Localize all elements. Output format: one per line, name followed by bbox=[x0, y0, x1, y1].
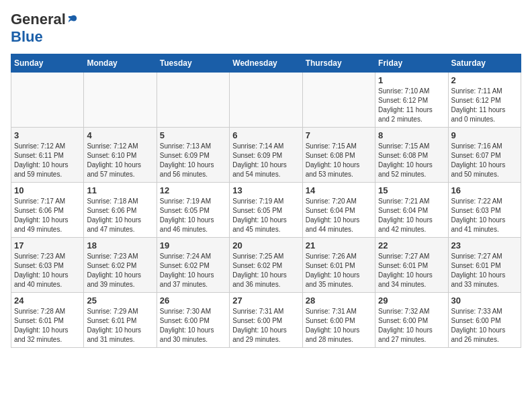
day-info: Sunrise: 7:26 AM Sunset: 6:01 PM Dayligh… bbox=[306, 252, 372, 289]
calendar-body: 1Sunrise: 7:10 AM Sunset: 6:12 PM Daylig… bbox=[11, 73, 521, 348]
calendar-week-row: 3Sunrise: 7:12 AM Sunset: 6:11 PM Daylig… bbox=[11, 128, 521, 183]
calendar-week-row: 1Sunrise: 7:10 AM Sunset: 6:12 PM Daylig… bbox=[11, 73, 521, 128]
calendar-cell: 30Sunrise: 7:33 AM Sunset: 6:00 PM Dayli… bbox=[448, 293, 521, 348]
day-number: 27 bbox=[232, 295, 299, 306]
calendar-cell: 19Sunrise: 7:24 AM Sunset: 6:02 PM Dayli… bbox=[157, 238, 229, 293]
day-number: 25 bbox=[87, 295, 153, 306]
day-number: 21 bbox=[306, 240, 372, 250]
day-number: 4 bbox=[87, 130, 153, 140]
weekday-header-tuesday: Tuesday bbox=[157, 54, 229, 73]
logo-bird-icon bbox=[66, 13, 78, 26]
day-number: 20 bbox=[232, 240, 299, 250]
day-info: Sunrise: 7:28 AM Sunset: 6:01 PM Dayligh… bbox=[14, 307, 81, 345]
day-info: Sunrise: 7:23 AM Sunset: 6:02 PM Dayligh… bbox=[87, 252, 153, 289]
day-number: 11 bbox=[87, 185, 153, 195]
calendar-cell: 11Sunrise: 7:18 AM Sunset: 6:06 PM Dayli… bbox=[84, 183, 157, 238]
calendar-cell: 25Sunrise: 7:29 AM Sunset: 6:01 PM Dayli… bbox=[84, 293, 157, 348]
calendar-cell: 15Sunrise: 7:21 AM Sunset: 6:04 PM Dayli… bbox=[375, 183, 448, 238]
day-number: 6 bbox=[232, 130, 299, 140]
day-info: Sunrise: 7:29 AM Sunset: 6:01 PM Dayligh… bbox=[87, 307, 153, 345]
day-info: Sunrise: 7:18 AM Sunset: 6:06 PM Dayligh… bbox=[87, 197, 153, 234]
calendar-header: SundayMondayTuesdayWednesdayThursdayFrid… bbox=[11, 54, 521, 73]
day-number: 10 bbox=[14, 185, 81, 195]
calendar-cell: 7Sunrise: 7:15 AM Sunset: 6:08 PM Daylig… bbox=[302, 128, 375, 183]
day-number: 3 bbox=[14, 130, 81, 140]
calendar-table: SundayMondayTuesdayWednesdayThursdayFrid… bbox=[11, 54, 521, 348]
day-number: 1 bbox=[378, 75, 445, 85]
weekday-header-friday: Friday bbox=[375, 54, 448, 73]
calendar-cell bbox=[230, 73, 302, 128]
day-info: Sunrise: 7:27 AM Sunset: 6:01 PM Dayligh… bbox=[378, 252, 445, 289]
day-number: 7 bbox=[306, 130, 372, 140]
day-number: 12 bbox=[160, 185, 226, 195]
day-info: Sunrise: 7:16 AM Sunset: 6:07 PM Dayligh… bbox=[451, 142, 518, 179]
calendar-cell: 16Sunrise: 7:22 AM Sunset: 6:03 PM Dayli… bbox=[448, 183, 521, 238]
day-number: 13 bbox=[232, 185, 299, 195]
day-info: Sunrise: 7:14 AM Sunset: 6:09 PM Dayligh… bbox=[232, 142, 299, 179]
calendar-week-row: 10Sunrise: 7:17 AM Sunset: 6:06 PM Dayli… bbox=[11, 183, 521, 238]
day-info: Sunrise: 7:20 AM Sunset: 6:04 PM Dayligh… bbox=[306, 197, 372, 234]
day-info: Sunrise: 7:13 AM Sunset: 6:09 PM Dayligh… bbox=[160, 142, 226, 179]
calendar-cell: 22Sunrise: 7:27 AM Sunset: 6:01 PM Dayli… bbox=[375, 238, 448, 293]
calendar-cell: 17Sunrise: 7:23 AM Sunset: 6:03 PM Dayli… bbox=[11, 238, 84, 293]
day-number: 5 bbox=[160, 130, 226, 140]
day-info: Sunrise: 7:12 AM Sunset: 6:11 PM Dayligh… bbox=[14, 142, 81, 179]
calendar-cell: 23Sunrise: 7:27 AM Sunset: 6:01 PM Dayli… bbox=[448, 238, 521, 293]
calendar-cell: 14Sunrise: 7:20 AM Sunset: 6:04 PM Dayli… bbox=[302, 183, 375, 238]
calendar-cell bbox=[84, 73, 157, 128]
day-info: Sunrise: 7:15 AM Sunset: 6:08 PM Dayligh… bbox=[306, 142, 372, 179]
day-number: 26 bbox=[160, 295, 226, 306]
day-info: Sunrise: 7:21 AM Sunset: 6:04 PM Dayligh… bbox=[378, 197, 445, 234]
calendar-cell: 1Sunrise: 7:10 AM Sunset: 6:12 PM Daylig… bbox=[375, 73, 448, 128]
logo-text: GeneralBlue bbox=[11, 11, 78, 46]
calendar-cell bbox=[11, 73, 84, 128]
day-info: Sunrise: 7:25 AM Sunset: 6:02 PM Dayligh… bbox=[232, 252, 299, 289]
day-info: Sunrise: 7:15 AM Sunset: 6:08 PM Dayligh… bbox=[378, 142, 445, 179]
calendar-cell: 3Sunrise: 7:12 AM Sunset: 6:11 PM Daylig… bbox=[11, 128, 84, 183]
weekday-header-sunday: Sunday bbox=[11, 54, 84, 73]
day-info: Sunrise: 7:27 AM Sunset: 6:01 PM Dayligh… bbox=[451, 252, 518, 289]
page-header: GeneralBlue bbox=[11, 11, 521, 46]
day-number: 9 bbox=[451, 130, 518, 140]
day-number: 22 bbox=[378, 240, 445, 250]
day-number: 24 bbox=[14, 295, 81, 306]
day-number: 30 bbox=[451, 295, 518, 306]
day-info: Sunrise: 7:10 AM Sunset: 6:12 PM Dayligh… bbox=[378, 87, 445, 124]
day-number: 17 bbox=[14, 240, 81, 250]
weekday-header-thursday: Thursday bbox=[302, 54, 375, 73]
calendar-cell: 2Sunrise: 7:11 AM Sunset: 6:12 PM Daylig… bbox=[448, 73, 521, 128]
calendar-cell: 5Sunrise: 7:13 AM Sunset: 6:09 PM Daylig… bbox=[157, 128, 229, 183]
day-number: 2 bbox=[451, 75, 518, 85]
calendar-week-row: 24Sunrise: 7:28 AM Sunset: 6:01 PM Dayli… bbox=[11, 293, 521, 348]
logo-blue: Blue bbox=[11, 28, 43, 45]
calendar-cell: 12Sunrise: 7:19 AM Sunset: 6:05 PM Dayli… bbox=[157, 183, 229, 238]
calendar-cell: 27Sunrise: 7:31 AM Sunset: 6:00 PM Dayli… bbox=[230, 293, 302, 348]
weekday-header-row: SundayMondayTuesdayWednesdayThursdayFrid… bbox=[11, 54, 521, 73]
day-info: Sunrise: 7:30 AM Sunset: 6:00 PM Dayligh… bbox=[160, 307, 226, 345]
calendar-cell: 13Sunrise: 7:19 AM Sunset: 6:05 PM Dayli… bbox=[230, 183, 302, 238]
day-info: Sunrise: 7:23 AM Sunset: 6:03 PM Dayligh… bbox=[14, 252, 81, 289]
day-info: Sunrise: 7:17 AM Sunset: 6:06 PM Dayligh… bbox=[14, 197, 81, 234]
weekday-header-wednesday: Wednesday bbox=[230, 54, 302, 73]
weekday-header-saturday: Saturday bbox=[448, 54, 521, 73]
calendar-cell: 9Sunrise: 7:16 AM Sunset: 6:07 PM Daylig… bbox=[448, 128, 521, 183]
calendar-week-row: 17Sunrise: 7:23 AM Sunset: 6:03 PM Dayli… bbox=[11, 238, 521, 293]
calendar-cell: 28Sunrise: 7:31 AM Sunset: 6:00 PM Dayli… bbox=[302, 293, 375, 348]
calendar-cell: 21Sunrise: 7:26 AM Sunset: 6:01 PM Dayli… bbox=[302, 238, 375, 293]
day-number: 19 bbox=[160, 240, 226, 250]
calendar-cell: 10Sunrise: 7:17 AM Sunset: 6:06 PM Dayli… bbox=[11, 183, 84, 238]
weekday-header-monday: Monday bbox=[84, 54, 157, 73]
day-number: 8 bbox=[378, 130, 445, 140]
day-info: Sunrise: 7:19 AM Sunset: 6:05 PM Dayligh… bbox=[160, 197, 226, 234]
calendar-cell: 24Sunrise: 7:28 AM Sunset: 6:01 PM Dayli… bbox=[11, 293, 84, 348]
day-number: 23 bbox=[451, 240, 518, 250]
calendar-cell: 26Sunrise: 7:30 AM Sunset: 6:00 PM Dayli… bbox=[157, 293, 229, 348]
day-info: Sunrise: 7:24 AM Sunset: 6:02 PM Dayligh… bbox=[160, 252, 226, 289]
day-info: Sunrise: 7:32 AM Sunset: 6:00 PM Dayligh… bbox=[378, 307, 445, 345]
calendar-cell: 6Sunrise: 7:14 AM Sunset: 6:09 PM Daylig… bbox=[230, 128, 302, 183]
day-info: Sunrise: 7:12 AM Sunset: 6:10 PM Dayligh… bbox=[87, 142, 153, 179]
calendar-cell: 8Sunrise: 7:15 AM Sunset: 6:08 PM Daylig… bbox=[375, 128, 448, 183]
day-number: 16 bbox=[451, 185, 518, 195]
calendar-cell: 29Sunrise: 7:32 AM Sunset: 6:00 PM Dayli… bbox=[375, 293, 448, 348]
calendar-cell: 20Sunrise: 7:25 AM Sunset: 6:02 PM Dayli… bbox=[230, 238, 302, 293]
